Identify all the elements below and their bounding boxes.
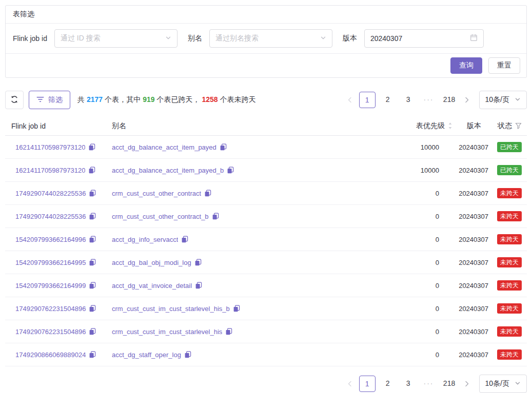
table-row: 1749290762231504896 crm_cust_cust_im_cus… [5,297,527,320]
version-date-input[interactable]: 20240307 [364,29,484,48]
header-status: 状态 [488,121,527,131]
prev-page-button[interactable] [343,376,357,392]
alias-link[interactable]: crm_cust_cust_im_cust_starlevel_his_b [112,305,230,313]
header-flink-job-id: Flink job id [11,122,112,130]
flink-job-id-link[interactable]: 1542097993662164999 [15,282,86,289]
copy-icon[interactable] [89,351,96,358]
alias-link[interactable]: acct_dg_info_servacct [112,236,178,243]
copy-icon[interactable] [89,236,96,243]
page-size-select[interactable]: 10条/页 [479,91,527,109]
table-row: 1542097993662164999 acct_dg_vat_invoice_… [5,274,527,297]
flink-job-id-link[interactable]: 1749290866069889024 [15,351,86,359]
copy-icon[interactable] [181,236,188,243]
summary-crossed-count: 919 [143,95,154,104]
copy-icon[interactable] [184,351,191,358]
alias-link[interactable]: acct_dg_vat_invoice_detail [112,282,192,289]
flink-job-id-link[interactable]: 1749290744028225536 [15,190,86,197]
filter-funnel-icon[interactable] [515,122,522,129]
copy-icon[interactable] [88,167,95,174]
next-page-button[interactable] [460,92,474,108]
refresh-icon [10,95,18,105]
alias-link[interactable]: crm_cust_cust_other_contract_b [112,213,209,220]
page-button-last[interactable]: 218 [441,376,458,392]
bottom-pagination-wrap: 1 2 3 ··· 218 10条/页 [5,375,527,393]
version-value: 20240307 [452,305,488,313]
prev-page-button[interactable] [343,92,357,108]
page-ellipsis[interactable]: ··· [421,92,437,108]
page-button-3[interactable]: 3 [400,376,417,392]
flink-job-id-link[interactable]: 1749290744028225536 [15,213,86,220]
page-button-1[interactable]: 1 [359,92,376,108]
priority-value: 0 [376,282,452,289]
flink-job-id-link[interactable]: 1621411705987973120 [15,143,85,151]
table-row: 1621411705987973120 acct_dg_balance_acct… [5,159,527,182]
filter-card: 表筛选 Flink job id 通过 ID 搜索 别名 通过别名搜索 版本 2… [5,5,527,78]
flink-job-id-link[interactable]: 1749290762231504896 [15,328,86,336]
table-body: 1621411705987973120 acct_dg_balance_acct… [5,136,527,366]
summary-total-count: 2177 [87,95,103,104]
refresh-button[interactable] [5,91,24,109]
header-alias: 别名 [112,121,376,131]
copy-icon[interactable] [195,282,202,289]
query-button[interactable]: 查询 [450,57,482,74]
copy-icon[interactable] [204,190,211,197]
page-button-2[interactable]: 2 [380,92,396,108]
copy-icon[interactable] [225,328,232,335]
sort-icon[interactable] [448,122,452,130]
flink-job-id-link[interactable]: 1621411705987973120 [15,167,85,174]
copy-icon[interactable] [88,143,95,151]
alias-link[interactable]: acct_dg_balance_acct_item_payed [112,143,216,151]
copy-icon[interactable] [89,282,96,289]
page-size-select[interactable]: 10条/页 [479,375,527,393]
priority-value: 0 [376,259,452,266]
flink-job-id-link[interactable]: 1542097993662164996 [15,236,86,243]
version-value: 20240307 [452,236,488,243]
status-badge: 未跨天 [497,257,522,267]
alias-select[interactable]: 通过别名搜索 [209,29,332,48]
pagination-top: 1 2 3 ··· 218 10条/页 [343,91,527,109]
pagination-bottom: 1 2 3 ··· 218 10条/页 [343,375,527,393]
alias-link[interactable]: acct_dg_staff_oper_log [112,351,181,359]
copy-icon[interactable] [233,305,240,312]
page-button-3[interactable]: 3 [400,92,417,108]
version-value: 20240307 [452,259,488,266]
filter-fields-row: Flink job id 通过 ID 搜索 别名 通过别名搜索 版本 20240… [6,24,526,54]
next-page-button[interactable] [460,376,474,392]
alias-link[interactable]: crm_cust_cust_other_contract [112,190,201,197]
flink-job-id-link[interactable]: 1749290762231504896 [15,305,86,313]
copy-icon[interactable] [89,328,96,335]
copy-icon[interactable] [89,190,96,197]
alias-link[interactable]: acct_dg_balance_acct_item_payed_b [112,167,224,174]
page-size-value: 10条/页 [485,379,509,388]
priority-value: 0 [376,236,452,243]
table-header: Flink job id 别名 表优先级 版本 状态 [5,116,527,136]
status-badge: 已跨天 [497,142,522,152]
copy-icon[interactable] [220,143,227,151]
header-priority[interactable]: 表优先级 [376,121,452,131]
page-ellipsis[interactable]: ··· [421,376,437,392]
copy-icon[interactable] [227,167,234,174]
copy-icon[interactable] [212,213,219,220]
alias-link[interactable]: crm_cust_cust_im_cust_starlevel_his [112,328,222,336]
flink-job-id-link[interactable]: 1542097993662164995 [15,259,86,266]
table-row: 1749290744028225536 crm_cust_cust_other_… [5,205,527,228]
reset-button[interactable]: 重置 [488,57,520,74]
alias-link[interactable]: acct_dg_bal_obj_modi_log [112,259,191,266]
filter-toggle-button[interactable]: 筛选 [29,91,70,109]
copy-icon[interactable] [89,259,96,266]
summary-part2: 个表，其中 [105,95,141,104]
page-size-value: 10条/页 [485,95,509,105]
header-priority-label: 表优先级 [416,121,445,131]
priority-value: 0 [376,351,452,359]
page-button-1[interactable]: 1 [359,376,376,392]
page-button-2[interactable]: 2 [380,376,396,392]
status-badge: 未跨天 [497,188,522,198]
copy-icon[interactable] [194,259,202,266]
flink-job-id-select[interactable]: 通过 ID 搜索 [54,29,178,48]
header-version: 版本 [452,121,488,131]
copy-icon[interactable] [89,213,96,220]
alias-label: 别名 [188,34,202,43]
page-button-last[interactable]: 218 [441,92,458,108]
copy-icon[interactable] [89,305,96,312]
tables-table: Flink job id 别名 表优先级 版本 状态 1 [5,116,527,366]
